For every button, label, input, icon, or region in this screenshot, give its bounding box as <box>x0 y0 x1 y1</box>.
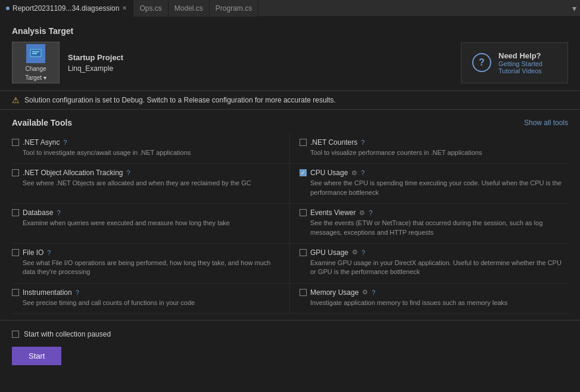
tool-desc-file-io: See what File I/O operations are being p… <box>12 259 277 277</box>
tool-desc-events-viewer: See the events (ETW or NetTrace) that oc… <box>300 219 562 237</box>
project-info: Startup Project Linq_Example <box>68 53 123 73</box>
tool-gear-icon[interactable]: ⚙ <box>359 209 365 217</box>
tab-ops-label: Ops.cs <box>139 4 161 13</box>
tool-checkbox-gpu-usage[interactable] <box>300 249 307 256</box>
tab-scroll-arrow[interactable]: ▾ <box>569 4 580 13</box>
tool-help-icon-database[interactable]: ? <box>57 209 60 216</box>
tool-desc-net-async: Tool to investigate async/await usage in… <box>12 148 277 157</box>
analysis-target-row: Change Target ▾ Startup Project Linq_Exa… <box>0 42 580 91</box>
tool-item-net-async: .NET Async ? Tool to investigate async/a… <box>12 133 290 164</box>
tab-diag[interactable]: Report20231109...34.diagsession ✕ <box>0 0 133 17</box>
tools-header: Available Tools Show all tools <box>0 110 580 133</box>
tool-item-events-viewer: Events Viewer ⚙ ? See the events (ETW or… <box>290 204 568 244</box>
tab-model[interactable]: Model.cs <box>169 0 210 17</box>
tool-checkbox-cpu-usage[interactable] <box>300 169 307 176</box>
tool-desc-gpu-usage: Examine GPU usage in your DirectX applic… <box>300 259 562 277</box>
warning-icon: ⚠ <box>12 95 20 105</box>
tool-help-icon-events-viewer[interactable]: ? <box>369 209 372 216</box>
tool-name-net-async: .NET Async <box>23 138 60 147</box>
tool-checkbox-events-viewer[interactable] <box>300 209 307 216</box>
tool-name-gpu-usage: GPU Usage <box>310 248 348 257</box>
tool-checkbox-net-object-alloc[interactable] <box>12 169 19 176</box>
tool-name-row: Database ? <box>12 209 277 217</box>
tool-name-row: CPU Usage ⚙ ? <box>300 169 562 177</box>
tool-checkbox-instrumentation[interactable] <box>12 289 19 296</box>
help-title: Need Help? <box>498 51 542 60</box>
tool-help-icon-net-object-alloc[interactable]: ? <box>127 169 130 176</box>
tool-checkbox-file-io[interactable] <box>12 249 19 256</box>
tool-desc-instrumentation: See precise timing and call counts of fu… <box>12 298 277 307</box>
tool-item-net-counters: .NET Counters ? Tool to visualize perfor… <box>290 133 568 164</box>
tool-name-net-counters: .NET Counters <box>310 138 357 147</box>
tool-name-row: Instrumentation ? <box>12 288 277 297</box>
analysis-target-header: Analysis Target <box>0 17 580 42</box>
tools-grid: .NET Async ? Tool to investigate async/a… <box>0 133 580 314</box>
tool-name-row: File IO ? <box>12 248 277 257</box>
svg-rect-2 <box>32 51 39 52</box>
tool-name-net-object-alloc: .NET Object Allocation Tracking <box>23 169 123 177</box>
pause-checkbox[interactable] <box>12 331 19 338</box>
tutorial-videos-link[interactable]: Tutorial Videos <box>498 67 542 74</box>
project-icon <box>26 44 45 63</box>
tool-item-file-io: File IO ? See what File I/O operations a… <box>12 244 290 284</box>
svg-rect-3 <box>32 53 37 54</box>
tab-ops[interactable]: Ops.cs <box>133 0 168 17</box>
tool-checkbox-net-counters[interactable] <box>300 139 307 146</box>
tool-desc-net-counters: Tool to visualize performance counters i… <box>300 148 562 157</box>
show-all-tools-link[interactable]: Show all tools <box>524 119 568 127</box>
tool-help-icon-memory-usage[interactable]: ? <box>372 289 375 296</box>
tool-help-icon-cpu-usage[interactable]: ? <box>361 169 364 176</box>
tool-gear-icon[interactable]: ⚙ <box>352 248 358 256</box>
tool-name-row: .NET Async ? <box>12 138 277 147</box>
tool-help-icon-net-async[interactable]: ? <box>63 139 67 146</box>
tool-help-icon-net-counters[interactable]: ? <box>361 139 364 146</box>
help-box: ? Need Help? Getting Started Tutorial Vi… <box>461 42 568 83</box>
tool-help-icon-file-io[interactable]: ? <box>47 249 51 256</box>
tool-name-row: .NET Counters ? <box>300 138 562 147</box>
tool-help-icon-instrumentation[interactable]: ? <box>76 289 79 296</box>
tab-bar: Report20231109...34.diagsession ✕ Ops.cs… <box>0 0 580 17</box>
tool-checkbox-database[interactable] <box>12 209 19 216</box>
tool-name-events-viewer: Events Viewer <box>310 209 356 217</box>
help-text: Need Help? Getting Started Tutorial Vide… <box>498 51 542 74</box>
main-content: Analysis Target Change Target ▾ Startup … <box>0 17 580 392</box>
tool-name-row: Memory Usage ⚙ ? <box>300 288 562 297</box>
tool-item-gpu-usage: GPU Usage ⚙ ? Examine GPU usage in your … <box>290 244 568 284</box>
tool-name-instrumentation: Instrumentation <box>23 288 72 297</box>
change-label: Change <box>25 66 46 72</box>
tab-diag-label: Report20231109...34.diagsession <box>13 4 119 13</box>
tool-name-row: .NET Object Allocation Tracking ? <box>12 169 277 177</box>
tool-name-cpu-usage: CPU Usage <box>310 169 348 177</box>
tab-dot <box>6 7 10 10</box>
tool-desc-database: Examine when queries were executed and m… <box>12 219 277 228</box>
target-label: Target ▾ <box>25 74 46 81</box>
tool-name-row: Events Viewer ⚙ ? <box>300 209 562 217</box>
bottom-section: Start with collection paused Start <box>0 320 580 375</box>
pause-label: Start with collection paused <box>24 330 111 338</box>
tool-name-database: Database <box>23 209 53 217</box>
tab-model-label: Model.cs <box>174 4 203 13</box>
project-name: Linq_Example <box>68 64 123 73</box>
startup-project-block: Change Target ▾ Startup Project Linq_Exa… <box>12 42 123 83</box>
getting-started-link[interactable]: Getting Started <box>498 60 542 67</box>
tool-desc-cpu-usage: See where the CPU is spending time execu… <box>300 179 562 197</box>
tab-program[interactable]: Program.cs <box>210 0 258 17</box>
tool-gear-icon[interactable]: ⚙ <box>362 288 368 296</box>
tab-close-icon[interactable]: ✕ <box>122 5 127 11</box>
tool-checkbox-memory-usage[interactable] <box>300 289 307 296</box>
warning-text: Solution configuration is set to Debug. … <box>24 96 336 104</box>
tool-item-memory-usage: Memory Usage ⚙ ? Investigate application… <box>290 284 568 314</box>
tool-help-icon-gpu-usage[interactable]: ? <box>361 249 365 256</box>
tool-item-database: Database ? Examine when queries were exe… <box>12 204 290 244</box>
warning-bar: ⚠ Solution configuration is set to Debug… <box>0 91 580 110</box>
tool-gear-icon[interactable]: ⚙ <box>351 169 357 177</box>
pause-row: Start with collection paused <box>12 330 568 338</box>
tool-checkbox-net-async[interactable] <box>12 139 19 146</box>
tool-name-row: GPU Usage ⚙ ? <box>300 248 562 257</box>
tool-name-memory-usage: Memory Usage <box>310 288 358 297</box>
available-tools-title: Available Tools <box>12 118 72 127</box>
tool-desc-net-object-alloc: See where .NET Objects are allocated and… <box>12 179 277 188</box>
tool-name-file-io: File IO <box>23 248 43 257</box>
change-target-button[interactable]: Change Target ▾ <box>12 42 60 83</box>
start-button[interactable]: Start <box>12 347 61 365</box>
